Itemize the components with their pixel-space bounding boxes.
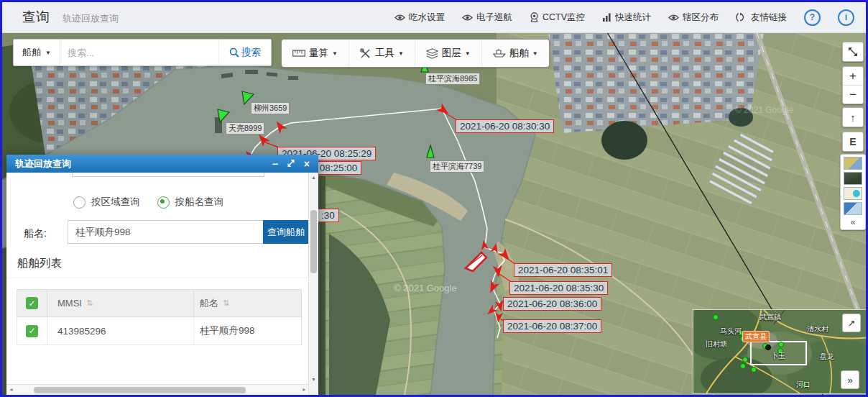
tools-icon	[360, 48, 371, 59]
search-category-dropdown[interactable]: 船舶 ▼	[14, 40, 60, 65]
query-mode-radios: 按区域查询 按船名查询	[73, 196, 223, 209]
east-view-button[interactable]: E	[842, 132, 864, 152]
radio-selected-icon	[157, 196, 170, 209]
ship-name-input[interactable]	[68, 220, 264, 244]
info-button[interactable]: i	[838, 9, 854, 26]
minimap-place-label: 河口	[796, 380, 811, 390]
dialog-titlebar[interactable]: 轨迹回放查询 − ×	[6, 155, 318, 173]
scroll-down-arrow[interactable]: ▼	[309, 377, 318, 382]
top-menu: 吃水设置 电子巡航 CCTV监控 快速统计 辖区分布 友情链接	[394, 9, 854, 26]
menu-draft-settings[interactable]: 吃水设置	[394, 12, 445, 24]
search-button[interactable]: 搜索	[218, 40, 271, 65]
minimize-button[interactable]: −	[272, 159, 278, 169]
bar-chart-icon	[602, 13, 611, 22]
chevron-down-icon: ▼	[45, 50, 51, 56]
minimap-ship-dot	[740, 363, 746, 369]
scroll-up-arrow[interactable]: ▲	[309, 175, 318, 180]
collapse-panel-button[interactable]: «	[850, 217, 855, 229]
refresh-icon	[736, 12, 747, 22]
overview-minimap[interactable]: 武宣镇 清水村 武宣县 马头河 旧村塘 卜玉 盘龙 河口 ↗ »	[693, 309, 866, 394]
zoom-out-button[interactable]: −	[843, 86, 863, 104]
ruler-icon	[292, 50, 305, 57]
toolbar-label: 图层	[442, 47, 461, 60]
map-toolbar: 量算 ▼ 工具 ▼ 图层 ▼ 船舶 ▼	[281, 39, 550, 68]
query-ship-button[interactable]: 查询船舶	[263, 220, 309, 244]
radio-by-area[interactable]: 按区域查询	[73, 196, 140, 209]
minimap-place-label: 清水村	[807, 324, 828, 334]
table-row[interactable]: ✓ 413985296 桂平顺舟998	[17, 317, 302, 345]
layers-icon	[426, 48, 438, 59]
track-playback-dialog: 轨迹回放查询 − × 按区域查询 按船名查询 船名:	[6, 155, 318, 395]
col-mmsi-header[interactable]: MMSI	[57, 298, 82, 309]
search-icon	[229, 47, 239, 58]
menu-label: 友情链接	[751, 12, 787, 24]
search-button-label: 搜索	[241, 46, 261, 59]
menu-district[interactable]: 辖区分布	[668, 12, 719, 24]
help-button[interactable]: ?	[804, 9, 821, 26]
ship-list-title: 船舶列表	[17, 256, 62, 271]
minimap-black-dot	[765, 344, 771, 350]
minimap-county-badge: 武宣县	[742, 331, 770, 342]
sort-icon[interactable]: ⇅	[223, 298, 229, 308]
fullscreen-button[interactable]	[842, 42, 864, 62]
sort-icon[interactable]: ⇅	[86, 298, 93, 308]
chevron-down-icon: ▼	[532, 50, 538, 57]
toolbar-tools-dropdown[interactable]: 工具 ▼	[348, 40, 415, 67]
menu-links[interactable]: 友情链接	[736, 12, 787, 24]
row-checkbox[interactable]: ✓	[26, 325, 38, 337]
zoom-in-button[interactable]: +	[843, 67, 863, 86]
col-name-header[interactable]: 船名	[200, 297, 218, 310]
page-title: 查询	[22, 8, 50, 27]
dialog-vertical-scrollbar[interactable]: ▲ ▼	[308, 173, 318, 395]
cell-ship-name: 桂平顺舟998	[200, 324, 255, 337]
minimap-forward-button[interactable]: »	[841, 370, 859, 389]
basemap-thumb-terrain[interactable]	[844, 202, 862, 215]
scroll-right-arrow[interactable]: ►	[302, 387, 307, 392]
dialog-controls: − ×	[272, 159, 310, 169]
ship-icon	[493, 48, 506, 58]
radio-by-name-label: 按船名查询	[175, 196, 224, 209]
radio-by-area-label: 按区域查询	[91, 196, 140, 209]
track-time-label: 2021-06-20 08:37:00	[503, 319, 601, 333]
minimap-ship-dot	[742, 357, 748, 362]
dialog-horizontal-scrollbar[interactable]: ◄ ►	[6, 384, 309, 395]
minimap-place-label: 盘龙	[820, 352, 834, 362]
eye-icon	[668, 14, 679, 22]
track-time-label: 2021-06-20 08:36:00	[503, 297, 601, 311]
resize-icon	[287, 159, 295, 168]
toolbar-ships-dropdown[interactable]: 船舶 ▼	[481, 40, 549, 67]
divider	[6, 278, 308, 278]
menu-cctv[interactable]: CCTV监控	[530, 12, 585, 24]
menu-quick-stats[interactable]: 快速统计	[602, 12, 651, 24]
search-input[interactable]	[60, 47, 218, 58]
dialog-body: 按区域查询 按船名查询 船名: 查询船舶 船舶列表 ✓ MMSI ⇅	[6, 173, 318, 395]
fullscreen-icon	[848, 47, 858, 57]
scroll-left-arrow[interactable]: ◄	[9, 387, 14, 392]
radio-by-name[interactable]: 按船名查询	[157, 196, 224, 209]
track-time-label: 2021-06-20 08:35:01	[514, 263, 612, 277]
minimap-ship-dot	[751, 367, 757, 373]
select-all-checkbox[interactable]: ✓	[26, 297, 38, 309]
table-header-row: ✓ MMSI ⇅ 船名 ⇅	[17, 289, 302, 317]
basemap-thumb-road[interactable]	[844, 157, 862, 170]
toolbar-measure-dropdown[interactable]: 量算 ▼	[282, 40, 348, 67]
pan-up-button[interactable]: ↑	[842, 107, 864, 127]
chevron-down-icon: ▼	[398, 50, 404, 57]
resize-button[interactable]	[287, 159, 295, 169]
eye-icon	[462, 14, 473, 22]
minimap-place-label: 卜玉	[771, 351, 785, 361]
close-button[interactable]: ×	[304, 159, 310, 169]
top-bar: 查询 轨迹回放查询 吃水设置 电子巡航 CCTV监控 快速统计 辖区分布	[2, 2, 866, 33]
menu-e-cruise[interactable]: 电子巡航	[462, 12, 512, 24]
scrollbar-thumb[interactable]	[310, 210, 317, 273]
basemap-thumb-satellite[interactable]	[844, 172, 862, 185]
ship-name-label: 天亮8999	[226, 122, 264, 134]
basemap-thumb-light[interactable]	[844, 187, 862, 200]
menu-label: 快速统计	[615, 12, 651, 24]
menu-label: 辖区分布	[683, 12, 719, 24]
search-category-label: 船舶	[22, 46, 41, 59]
minimap-expand-button[interactable]: ↗	[842, 314, 861, 332]
toolbar-layers-dropdown[interactable]: 图层 ▼	[415, 40, 481, 67]
scrollbar-thumb[interactable]	[34, 387, 246, 393]
basemap-switcher: «	[840, 154, 866, 230]
